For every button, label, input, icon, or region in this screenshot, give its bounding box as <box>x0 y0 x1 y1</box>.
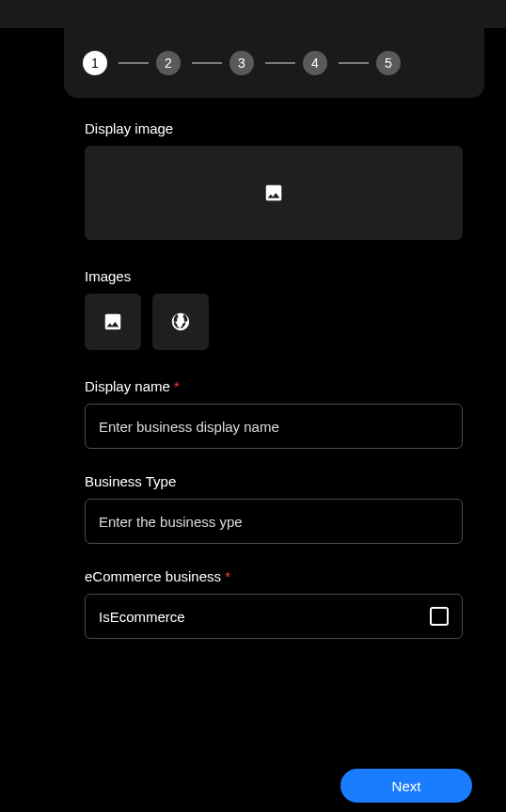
step-circle-4: 4 <box>303 51 327 75</box>
display-image-label: Display image <box>85 120 463 136</box>
top-bar <box>0 0 506 28</box>
step-circle-5: 5 <box>376 51 401 75</box>
step-circle-3: 3 <box>229 51 254 75</box>
display-name-input[interactable] <box>85 404 463 449</box>
step-1[interactable]: 1 <box>83 51 107 75</box>
form-content: Display image Images <box>85 120 463 639</box>
step-connector <box>119 62 149 64</box>
is-ecommerce-text: IsEcommerce <box>99 609 185 625</box>
required-marker: * <box>174 378 180 394</box>
step-circle-1: 1 <box>83 51 107 75</box>
image-thumb-camera[interactable] <box>152 294 209 350</box>
business-type-input[interactable] <box>85 499 463 544</box>
business-type-label: Business Type <box>85 473 463 489</box>
image-thumb-gallery[interactable] <box>85 294 141 350</box>
image-icon <box>263 183 284 203</box>
step-connector <box>265 62 295 64</box>
step-3[interactable]: 3 <box>181 51 254 75</box>
stepper: 1 2 3 4 5 <box>64 28 484 98</box>
display-name-label: Display name * <box>85 378 463 394</box>
next-button[interactable]: Next <box>340 769 472 803</box>
step-connector <box>192 62 222 64</box>
image-icon <box>103 311 123 332</box>
required-marker: * <box>225 568 230 584</box>
display-image-upload[interactable] <box>85 146 463 240</box>
step-circle-2: 2 <box>156 51 181 75</box>
step-2[interactable]: 2 <box>107 51 181 75</box>
step-5[interactable]: 5 <box>327 51 401 75</box>
is-ecommerce-row[interactable]: IsEcommerce <box>85 594 463 639</box>
camera-icon <box>170 311 191 332</box>
step-4[interactable]: 4 <box>254 51 327 75</box>
step-connector <box>339 62 369 64</box>
images-label: Images <box>85 268 463 284</box>
ecommerce-label: eCommerce business * <box>85 568 463 584</box>
checkbox-icon[interactable] <box>430 607 449 626</box>
